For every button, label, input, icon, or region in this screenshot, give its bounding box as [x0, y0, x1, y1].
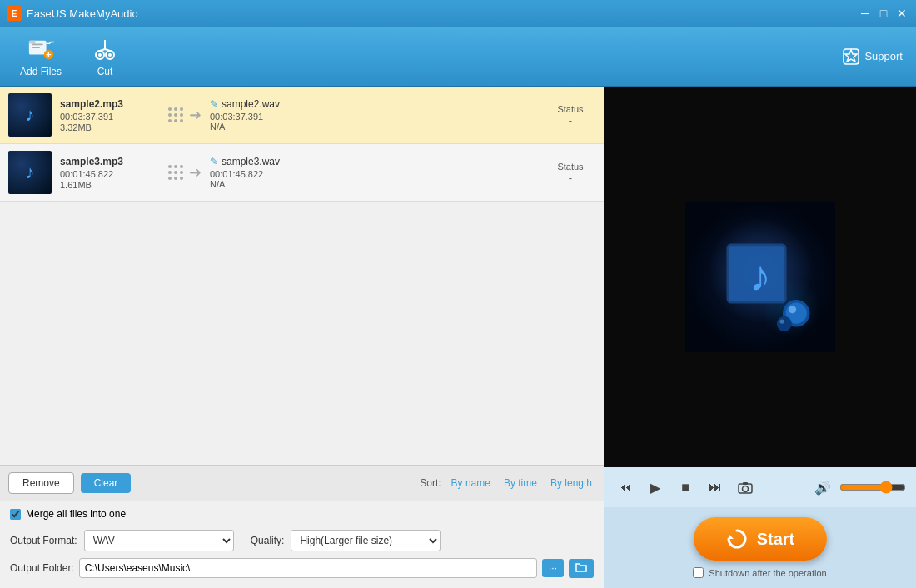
file-input-info: sample3.mp3 00:01:45.822 1.61MB: [60, 156, 160, 190]
title-bar: E EaseUS MakeMyAudio ─ □ ✕: [0, 0, 916, 27]
svg-marker-30: [729, 534, 734, 539]
music-visual: ♪: [685, 202, 835, 352]
player-controls: ⏮ ▶ ■ ⏭ 🔊: [604, 467, 916, 507]
format-label: Output Format:: [10, 535, 77, 546]
left-panel: ♪ sample2.mp3 00:03:37.391 3.32MB ➜: [0, 87, 604, 588]
output-filename: ✎ sample3.wav: [210, 156, 537, 167]
status-column: Status -: [545, 162, 595, 184]
sort-label: Sort:: [420, 477, 441, 489]
options-area: Merge all files into one Output Format: …: [0, 501, 604, 588]
clear-button[interactable]: Clear: [81, 473, 132, 493]
music-note-icon: ♪: [26, 104, 35, 126]
support-button[interactable]: Support: [843, 48, 903, 65]
add-files-label: Add Files: [20, 66, 62, 77]
scissors-icon: [92, 36, 118, 62]
table-row[interactable]: ♪ sample3.mp3 00:01:45.822 1.61MB ➜: [0, 144, 604, 202]
volume-icon[interactable]: 🔊: [811, 476, 834, 499]
file-thumbnail: ♪: [8, 151, 52, 194]
folder-label: Output Folder:: [10, 562, 74, 574]
open-folder-button[interactable]: [569, 559, 594, 578]
status-column: Status -: [545, 104, 595, 127]
sort-by-time-button[interactable]: By time: [500, 476, 540, 491]
app-title: EaseUS MakeMyAudio: [27, 7, 138, 20]
file-thumbnail: ♪: [8, 93, 52, 137]
merge-checkbox[interactable]: [10, 509, 21, 520]
svg-rect-29: [743, 482, 748, 485]
volume-slider[interactable]: [839, 481, 906, 494]
shutdown-row: Shutdown after the operation: [693, 567, 826, 578]
status-label: Status: [545, 104, 595, 114]
remove-button[interactable]: Remove: [8, 472, 74, 494]
refresh-icon: [725, 527, 749, 551]
start-area: Start Shutdown after the operation: [604, 507, 916, 588]
table-row[interactable]: ♪ sample2.mp3 00:03:37.391 3.32MB ➜: [0, 87, 604, 144]
convert-arrow: ➜: [168, 163, 202, 182]
file-list: ♪ sample2.mp3 00:03:37.391 3.32MB ➜: [0, 87, 604, 465]
main-layout: ♪ sample2.mp3 00:03:37.391 3.32MB ➜: [0, 87, 916, 588]
output-duration: 00:01:45.822: [210, 169, 537, 179]
output-na: N/A: [210, 122, 537, 132]
status-value: -: [545, 114, 595, 127]
add-files-icon: +: [27, 36, 54, 62]
minimize-button[interactable]: ─: [858, 6, 873, 21]
sort-by-name-button[interactable]: By name: [448, 476, 494, 491]
format-quality-row: Output Format: WAV MP3 AAC FLAC OGG M4A …: [10, 530, 594, 551]
svg-point-24: [789, 306, 796, 313]
title-bar-left: E EaseUS MakeMyAudio: [7, 6, 138, 21]
input-filename: sample3.mp3: [60, 156, 160, 167]
file-output-info: ✎ sample2.wav 00:03:37.391 N/A: [210, 98, 537, 132]
output-duration: 00:03:37.391: [210, 112, 537, 122]
svg-rect-5: [32, 47, 40, 48]
file-input-info: sample2.mp3 00:03:37.391 3.32MB: [60, 98, 160, 132]
svg-rect-4: [32, 43, 43, 45]
output-na: N/A: [210, 179, 537, 189]
cut-label: Cut: [97, 66, 113, 77]
sort-by-length-button[interactable]: By length: [547, 476, 595, 491]
status-value: -: [545, 172, 595, 184]
svg-text:♪: ♪: [749, 252, 770, 300]
format-select[interactable]: WAV MP3 AAC FLAC OGG M4A: [84, 530, 234, 551]
camera-button[interactable]: [734, 476, 757, 499]
svg-text:+: +: [46, 49, 52, 59]
skip-forward-button[interactable]: ⏭: [704, 476, 727, 499]
right-panel: ♪ ⏮ ▶ ■ ⏭: [604, 87, 916, 588]
output-filename: ✎ sample2.wav: [210, 98, 537, 110]
input-duration: 00:03:37.391: [60, 112, 160, 122]
svg-point-26: [779, 319, 784, 323]
merge-row: Merge all files into one: [10, 508, 594, 520]
stop-button[interactable]: ■: [674, 476, 697, 499]
svg-point-25: [776, 316, 791, 331]
merge-label[interactable]: Merge all files into one: [26, 508, 126, 520]
shutdown-label[interactable]: Shutdown after the operation: [709, 568, 826, 578]
svg-line-12: [97, 49, 105, 52]
play-button[interactable]: ▶: [644, 476, 667, 499]
status-label: Status: [545, 162, 595, 172]
shutdown-checkbox[interactable]: [693, 567, 704, 578]
input-duration: 00:01:45.822: [60, 169, 160, 179]
format-group: Output Format: WAV MP3 AAC FLAC OGG M4A: [10, 530, 234, 551]
add-files-button[interactable]: + Add Files: [13, 32, 68, 81]
convert-arrow: ➜: [168, 106, 202, 124]
svg-line-13: [105, 49, 112, 52]
media-preview: ♪: [604, 87, 916, 467]
maximize-button[interactable]: □: [876, 6, 891, 21]
file-output-info: ✎ sample3.wav 00:01:45.822 N/A: [210, 156, 537, 189]
quality-group: Quality: High(Larger file size) Medium L…: [251, 530, 441, 551]
svg-point-11: [108, 53, 112, 57]
svg-point-28: [743, 486, 749, 491]
browse-button[interactable]: ···: [542, 559, 564, 577]
toolbar: + Add Files Cut Support: [0, 27, 916, 87]
skip-back-button[interactable]: ⏮: [614, 476, 637, 499]
support-label: Support: [864, 50, 903, 62]
start-label: Start: [757, 530, 795, 549]
svg-rect-3: [29, 40, 36, 43]
playback-buttons: ⏮ ▶ ■ ⏭ 🔊: [614, 476, 906, 499]
folder-path-input[interactable]: [79, 558, 537, 578]
music-note-icon: ♪: [26, 162, 35, 183]
cut-button[interactable]: Cut: [85, 32, 125, 81]
quality-label: Quality:: [251, 535, 285, 546]
quality-select[interactable]: High(Larger file size) Medium Low: [291, 530, 441, 551]
sort-row: Remove Clear Sort: By name By time By le…: [8, 472, 595, 494]
start-button[interactable]: Start: [694, 517, 827, 561]
close-button[interactable]: ✕: [894, 6, 909, 21]
